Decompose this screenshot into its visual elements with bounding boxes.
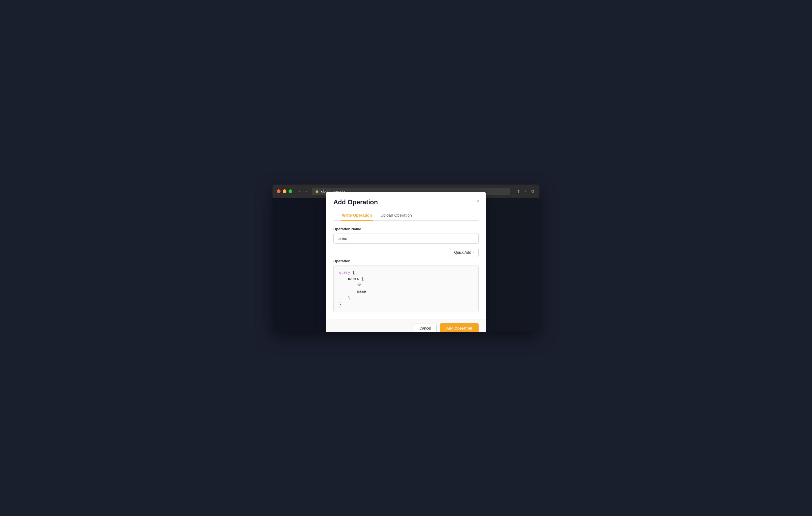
back-button[interactable]: ‹	[298, 189, 302, 194]
modal-tabs: Write Operation Upload Operation	[334, 210, 478, 221]
modal-close-button[interactable]: ×	[476, 197, 481, 204]
cancel-button[interactable]: Cancel	[414, 323, 437, 331]
browser-window: ‹ › 🔒 cloud.hasura.io ⬆ + ⧉ Add Operatio…	[272, 185, 540, 332]
chevron-down-icon: ▾	[473, 251, 474, 254]
modal-overlay: Add Operation × Write Operation Upload O…	[272, 198, 540, 332]
operation-field: Operation query { users { id name } }	[334, 259, 478, 313]
share-button[interactable]: ⬆	[516, 188, 521, 194]
maximize-traffic-light[interactable]	[289, 189, 292, 193]
modal-footer: Cancel Add Operation	[326, 319, 486, 331]
tab-upload-operation[interactable]: Upload Operation	[379, 210, 413, 221]
tabs-button[interactable]: ⧉	[530, 188, 535, 194]
forward-button[interactable]: ›	[304, 189, 309, 194]
browser-actions: ⬆ + ⧉	[516, 188, 535, 194]
modal-body: Operation Name Quick Add ▾ Operation que…	[326, 221, 486, 319]
add-operation-button[interactable]: Add Operation	[440, 323, 478, 331]
lock-icon: 🔒	[315, 189, 319, 193]
traffic-lights	[277, 189, 292, 193]
operation-code-editor[interactable]: query { users { id name } }	[334, 265, 478, 313]
operation-name-input[interactable]	[334, 233, 478, 244]
quick-add-row: Quick Add ▾	[334, 248, 478, 257]
tab-write-operation[interactable]: Write Operation	[341, 210, 373, 221]
quick-add-label: Quick Add	[454, 250, 471, 254]
operation-name-field: Operation Name	[334, 227, 478, 244]
modal-header: Add Operation × Write Operation Upload O…	[326, 192, 486, 221]
minimize-traffic-light[interactable]	[283, 189, 286, 193]
close-traffic-light[interactable]	[277, 189, 281, 193]
modal-title: Add Operation	[334, 198, 478, 206]
quick-add-button[interactable]: Quick Add ▾	[450, 248, 478, 257]
operation-label: Operation	[334, 259, 478, 263]
add-operation-modal: Add Operation × Write Operation Upload O…	[326, 192, 486, 332]
browser-controls: ‹ ›	[298, 189, 309, 194]
new-tab-button[interactable]: +	[523, 188, 528, 194]
operation-name-label: Operation Name	[334, 227, 478, 231]
app-background: Add Operation × Write Operation Upload O…	[272, 198, 540, 332]
